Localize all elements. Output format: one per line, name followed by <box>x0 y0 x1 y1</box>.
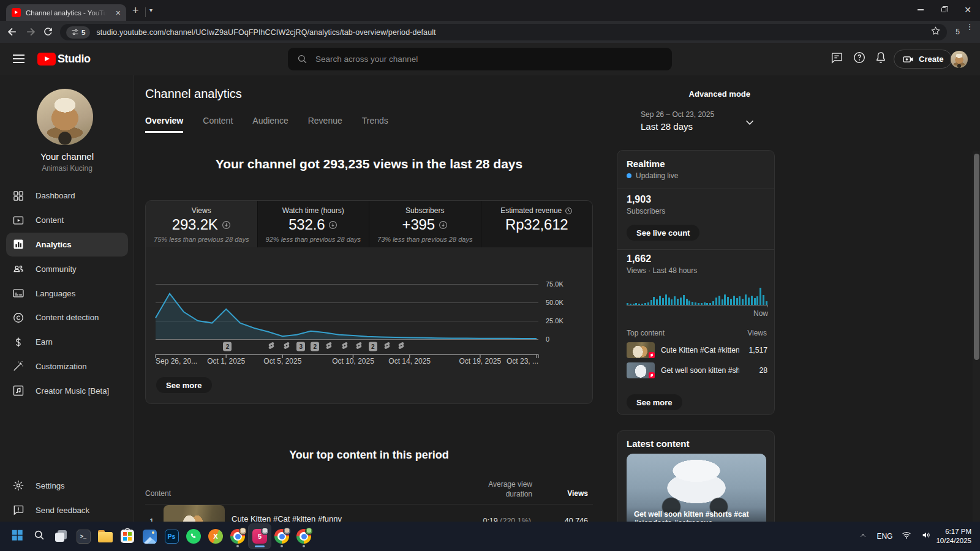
sidebar-item-community[interactable]: Community <box>0 257 134 281</box>
sidebar-item-content[interactable]: Content <box>0 208 134 233</box>
taskbar-chrome-profile-3-button[interactable] <box>293 524 315 549</box>
upload-marker-shorts-icon[interactable] <box>283 341 291 352</box>
sidebar-item-send-feedback[interactable]: Send feedback <box>0 498 134 522</box>
sidebar-item-analytics[interactable]: Analytics <box>6 233 128 257</box>
column-views[interactable]: Views <box>539 489 588 498</box>
upload-marker-count[interactable]: 2 <box>311 342 319 351</box>
taskbar-chrome-window-button[interactable]: 5 <box>249 524 271 549</box>
window-close-button[interactable]: ✕ <box>954 0 980 20</box>
upload-marker-count[interactable]: 2 <box>223 342 232 351</box>
sidebar-item-creator-music-beta-[interactable]: Creator Music [Beta] <box>0 378 134 403</box>
date-range-selector[interactable]: Sep 26 – Oct 23, 2025 Last 28 days <box>641 110 714 132</box>
sidebar-item-dashboard[interactable]: Dashboard <box>0 184 134 208</box>
upload-marker-shorts-icon[interactable] <box>267 341 275 352</box>
video-thumbnail[interactable] <box>164 505 225 522</box>
realtime-views-column: Views <box>715 329 767 337</box>
taskbar-task-view-button[interactable] <box>50 524 72 549</box>
taskbar-start-button[interactable] <box>6 524 28 549</box>
account-avatar[interactable] <box>951 51 968 68</box>
realtime-see-more-button[interactable]: See more <box>627 394 682 410</box>
upload-marker-count[interactable]: 3 <box>296 342 305 351</box>
sidebar-item-earn[interactable]: Earn <box>0 330 134 354</box>
tab-audience[interactable]: Audience <box>252 116 288 133</box>
analytics-snapshot-card: Views293.2K75% less than previous 28 day… <box>145 200 593 404</box>
taskbar-clock[interactable]: 6:17 PM10/24/2025 <box>936 527 971 545</box>
create-video-icon <box>902 53 914 66</box>
column-content[interactable]: Content <box>145 489 171 498</box>
tab-close-icon[interactable]: × <box>116 9 121 17</box>
taskbar-photoshop-button[interactable]: Ps <box>160 524 183 549</box>
scrollbar-thumb[interactable] <box>974 154 979 360</box>
realtime-bar <box>671 299 673 305</box>
youtube-studio-logo[interactable]: Studio <box>37 53 91 66</box>
upload-marker-shorts-icon[interactable] <box>325 341 333 352</box>
realtime-bar <box>677 299 679 305</box>
new-tab-button[interactable]: + <box>132 4 139 17</box>
tab-revenue[interactable]: Revenue <box>308 116 342 133</box>
upload-marker-shorts-icon[interactable] <box>355 341 363 352</box>
taskbar-file-explorer-button[interactable] <box>94 524 116 549</box>
taskbar-chrome-profile-1-button[interactable] <box>227 524 249 549</box>
create-button[interactable]: Create <box>894 50 952 69</box>
browser-menu-icon[interactable]: ⋮ <box>965 24 974 29</box>
back-button[interactable] <box>6 26 18 38</box>
tray-language[interactable]: ENG <box>872 532 897 541</box>
forward-button[interactable] <box>24 26 37 38</box>
realtime-bar <box>754 298 756 305</box>
upload-marker-shorts-icon[interactable] <box>341 341 349 352</box>
site-info-chip[interactable]: 5 <box>66 26 90 39</box>
upload-marker-count[interactable]: 2 <box>369 342 377 351</box>
taskbar-terminal-button[interactable]: >_ <box>72 524 94 549</box>
video-title[interactable]: Cute Kitten #Cat #kitten #funny <box>232 514 342 522</box>
realtime-bar <box>688 301 690 305</box>
help-icon[interactable] <box>853 51 866 67</box>
sidebar-item-label: Community <box>36 264 77 274</box>
taskbar-search-button[interactable] <box>28 524 50 549</box>
reload-button[interactable] <box>42 26 55 38</box>
page-scrollbar[interactable] <box>973 151 980 522</box>
volume-icon[interactable] <box>916 530 936 542</box>
wifi-icon[interactable] <box>897 530 916 542</box>
send-feedback-icon <box>12 504 24 516</box>
tab-trends[interactable]: Trends <box>362 116 388 133</box>
taskbar-ms-store-button[interactable] <box>116 524 138 549</box>
sidebar-item-languages[interactable]: Languages <box>0 281 134 305</box>
sidebar-item-content-detection[interactable]: Content detection <box>0 305 134 330</box>
see-more-button[interactable]: See more <box>156 377 212 393</box>
content-icon <box>12 214 24 227</box>
earn-icon <box>12 336 24 348</box>
table-row[interactable]: 1 Cute Kitten #Cat #kitten #funny 0:19 (… <box>145 505 593 522</box>
tab-search-chevron-icon[interactable]: ▾ <box>149 7 153 13</box>
realtime-bar <box>715 298 717 305</box>
tab-content[interactable]: Content <box>203 116 233 133</box>
bookmark-star-icon[interactable] <box>930 26 941 39</box>
sidebar-item-settings[interactable]: Settings <box>0 473 134 498</box>
sidebar-item-customization[interactable]: Customization <box>0 354 134 379</box>
see-live-count-button[interactable]: See live count <box>627 225 699 241</box>
hamburger-menu-icon[interactable] <box>13 54 24 63</box>
chrome-profile-3-icon <box>296 529 311 544</box>
upload-marker-shorts-icon[interactable] <box>397 341 405 352</box>
date-range-chevron-icon[interactable] <box>743 116 756 132</box>
address-bar[interactable]: 5 studio.youtube.com/channel/UCIwZ9aUFOq… <box>60 24 947 40</box>
realtime-top-content-row[interactable]: Get well soon kitten #shorts...28 <box>627 362 767 379</box>
chrome-window-icon: 5 <box>252 529 267 544</box>
search-input[interactable]: Search across your channel <box>288 48 672 70</box>
latest-content-thumbnail[interactable]: Get well soon kitten #shorts #cat#aiandc… <box>627 454 766 522</box>
window-maximize-button[interactable] <box>930 0 957 20</box>
taskbar-chrome-profile-2-button[interactable] <box>271 524 293 549</box>
notifications-bell-icon[interactable] <box>874 51 888 67</box>
taskbar-iobit-button[interactable]: X <box>205 524 227 549</box>
taskbar-whatsapp-button[interactable] <box>183 524 205 549</box>
upload-marker-shorts-icon[interactable] <box>383 341 391 352</box>
tray-chevron-icon[interactable] <box>854 531 872 542</box>
taskbar-photos-button[interactable] <box>138 524 160 549</box>
feedback-comment-icon[interactable] <box>830 51 843 67</box>
advanced-mode-link[interactable]: Advanced mode <box>677 89 750 99</box>
extension-badge[interactable]: 5 <box>956 28 960 36</box>
realtime-top-content-row[interactable]: Cute Kitten #Cat #kitten ...1,517 <box>627 342 767 359</box>
channel-avatar[interactable] <box>37 89 93 145</box>
column-avg-view-duration[interactable]: Average viewduration <box>434 479 532 499</box>
tab-overview[interactable]: Overview <box>145 116 183 133</box>
browser-tab[interactable]: Channel analytics - YouTube Stu × <box>6 4 126 21</box>
